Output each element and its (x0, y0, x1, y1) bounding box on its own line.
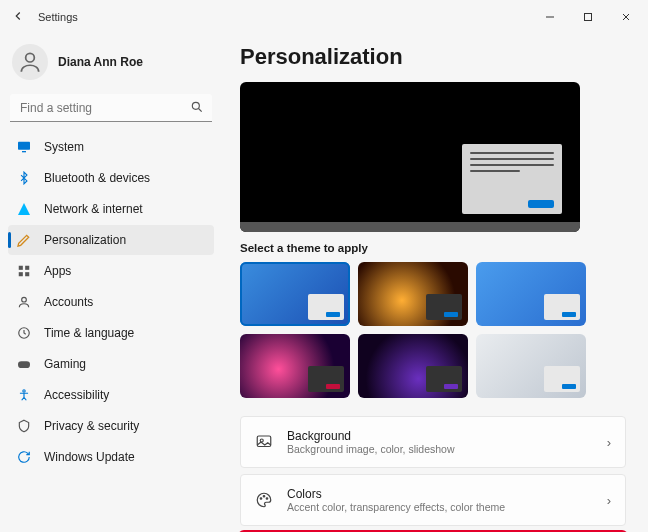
chevron-right-icon: › (607, 493, 611, 508)
time-icon (16, 325, 32, 341)
accounts-icon (16, 294, 32, 310)
sidebar-item-label: Apps (44, 264, 71, 278)
svg-rect-12 (18, 361, 30, 368)
sidebar-item-label: Personalization (44, 233, 126, 247)
sidebar-item-label: Accessibility (44, 388, 109, 402)
theme-thumbnail[interactable] (240, 262, 350, 326)
theme-thumbnail[interactable] (358, 262, 468, 326)
theme-thumbnail[interactable] (476, 262, 586, 326)
sidebar-item-label: Windows Update (44, 450, 135, 464)
sidebar-item-accounts[interactable]: Accounts (8, 287, 214, 317)
themes-grid (240, 262, 626, 398)
svg-point-2 (26, 53, 35, 62)
svg-point-17 (263, 496, 265, 498)
window-controls (532, 3, 644, 31)
personalization-icon (16, 232, 32, 248)
preview-taskbar (240, 222, 580, 232)
avatar-icon (12, 44, 48, 80)
sidebar-item-label: System (44, 140, 84, 154)
minimize-button[interactable] (532, 3, 568, 31)
sidebar-item-label: Gaming (44, 357, 86, 371)
sidebar-nav: SystemBluetooth & devicesNetwork & inter… (8, 132, 214, 472)
sidebar-item-label: Time & language (44, 326, 134, 340)
sidebar-item-label: Bluetooth & devices (44, 171, 150, 185)
update-icon (16, 449, 32, 465)
back-button[interactable] (4, 9, 32, 26)
svg-point-13 (23, 390, 25, 392)
chevron-right-icon: › (607, 435, 611, 450)
privacy-icon (16, 418, 32, 434)
search-input[interactable] (10, 94, 212, 122)
svg-rect-6 (19, 266, 23, 270)
card-subtitle: Accent color, transparency effects, colo… (287, 501, 505, 513)
sidebar-item-personalization[interactable]: Personalization (8, 225, 214, 255)
sidebar-item-bluetooth[interactable]: Bluetooth & devices (8, 163, 214, 193)
maximize-button[interactable] (570, 3, 606, 31)
gaming-icon (16, 356, 32, 372)
setting-card-colors[interactable]: ColorsAccent color, transparency effects… (240, 474, 626, 526)
card-title: Colors (287, 487, 505, 501)
svg-point-18 (266, 498, 268, 500)
sidebar-item-apps[interactable]: Apps (8, 256, 214, 286)
desktop-preview (240, 82, 580, 232)
sidebar-item-privacy[interactable]: Privacy & security (8, 411, 214, 441)
svg-rect-9 (25, 272, 29, 276)
svg-rect-4 (18, 142, 30, 150)
sidebar-item-label: Privacy & security (44, 419, 139, 433)
colors-icon (255, 491, 273, 509)
app-title: Settings (38, 11, 78, 23)
sidebar-item-gaming[interactable]: Gaming (8, 349, 214, 379)
preview-window (462, 144, 562, 214)
search-icon (190, 100, 204, 114)
user-name: Diana Ann Roe (58, 55, 143, 69)
theme-thumbnail[interactable] (358, 334, 468, 398)
user-profile[interactable]: Diana Ann Roe (8, 38, 214, 94)
sidebar-item-system[interactable]: System (8, 132, 214, 162)
system-icon (16, 139, 32, 155)
sidebar-item-network[interactable]: Network & internet (8, 194, 214, 224)
svg-rect-1 (585, 14, 592, 21)
svg-point-16 (260, 498, 262, 500)
setting-card-background[interactable]: BackgroundBackground image, color, slide… (240, 416, 626, 468)
close-button[interactable] (608, 3, 644, 31)
theme-thumbnail[interactable] (240, 334, 350, 398)
svg-rect-5 (22, 151, 26, 152)
network-icon (16, 201, 32, 217)
sidebar-item-label: Network & internet (44, 202, 143, 216)
svg-rect-7 (25, 266, 29, 270)
select-theme-label: Select a theme to apply (240, 242, 626, 254)
theme-thumbnail[interactable] (476, 334, 586, 398)
sidebar: Diana Ann Roe SystemBluetooth & devicesN… (0, 34, 222, 532)
page-title: Personalization (240, 44, 626, 70)
bluetooth-icon (16, 170, 32, 186)
titlebar: Settings (0, 0, 648, 34)
sidebar-item-time[interactable]: Time & language (8, 318, 214, 348)
main-content: Personalization Select a theme to apply … (222, 34, 648, 532)
sidebar-item-label: Accounts (44, 295, 93, 309)
sidebar-item-accessibility[interactable]: Accessibility (8, 380, 214, 410)
svg-point-10 (22, 297, 27, 302)
card-title: Background (287, 429, 455, 443)
background-icon (255, 433, 273, 451)
accessibility-icon (16, 387, 32, 403)
svg-point-3 (192, 102, 199, 109)
apps-icon (16, 263, 32, 279)
card-subtitle: Background image, color, slideshow (287, 443, 455, 455)
svg-rect-8 (19, 272, 23, 276)
sidebar-item-update[interactable]: Windows Update (8, 442, 214, 472)
search-field-wrap (10, 94, 212, 122)
